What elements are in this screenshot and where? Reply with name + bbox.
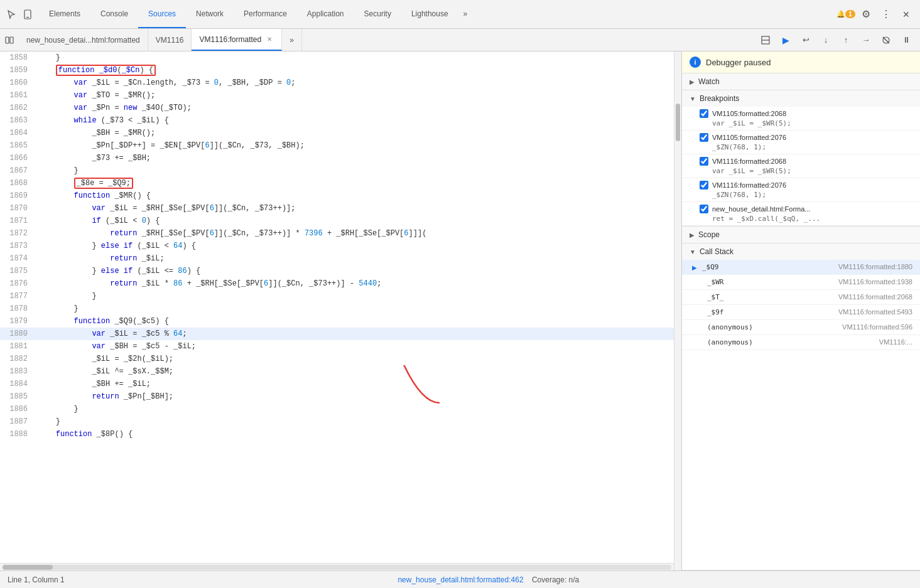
call-stack-item-1[interactable]: ▶ _$Q9 VM1116:formatted:1880 <box>682 260 920 275</box>
file-location-link[interactable]: new_house_detail.html:formatted:462 <box>398 575 523 584</box>
cs-fn-4: _$9f <box>707 308 745 316</box>
svg-rect-3 <box>10 37 13 43</box>
more-tabs-btn[interactable]: » <box>458 0 473 28</box>
cs-loc-6: VM1116:... <box>879 338 912 346</box>
tab-console[interactable]: Console <box>90 0 138 28</box>
breakpoint-item-1: VM1105:formatted:2068 var _$iL = _$WR(5)… <box>682 107 920 131</box>
cs-loc-1: VM1116:formatted:1880 <box>838 263 912 270</box>
code-line-1877: 1877 } <box>0 290 674 302</box>
breakpoint-item-4: VM1116:formatted:2076 _$ZN(768, 1); <box>682 178 920 202</box>
horizontal-scrollbar[interactable] <box>0 563 674 570</box>
breakpoint-row-1: VM1105:formatted:2068 <box>700 109 912 118</box>
mobile-icon[interactable] <box>21 8 34 21</box>
call-stack-item-2[interactable]: _$WR VM1116:formatted:1938 <box>682 275 920 290</box>
call-stack-item-5[interactable]: (anonymous) VM1116:formatted:596 <box>682 320 920 335</box>
breakpoint-code-1: var _$iL = _$WR(5); <box>712 119 912 127</box>
code-line-1866: 1866 _$73 += _$BH; <box>0 152 674 164</box>
cs-loc-5: VM1116:formatted:596 <box>842 323 912 331</box>
tab-performance[interactable]: Performance <box>234 0 297 28</box>
call-stack-label: Call Stack <box>700 247 733 256</box>
code-scroll-area[interactable]: 1858 } 1859 function _$d0(_$Cn) { 1860 v… <box>0 51 674 563</box>
watch-section-header[interactable]: ▶ Watch <box>682 73 920 90</box>
breakpoint-checkbox-1[interactable] <box>700 109 708 118</box>
cs-loc-2: VM1116:formatted:1938 <box>838 278 912 286</box>
step-btn[interactable]: → <box>857 31 875 49</box>
code-line-1880: 1880 var _$iL = _$c5 % 64; <box>0 328 674 340</box>
scope-section: ▶ Scope <box>682 227 920 243</box>
breakpoint-code-2: _$ZN(768, 1); <box>712 143 912 151</box>
file-tabs-right: ▶ ↩ ↓ ↑ → ⏸ <box>752 31 920 49</box>
breakpoints-section: ▼ Breakpoints VM1105:formatted:2068 var … <box>682 90 920 227</box>
tab-lighthouse[interactable]: Lighthouse <box>401 0 458 28</box>
breakpoint-code-3: var _$iL = _$WR(5); <box>712 167 912 175</box>
breakpoint-checkbox-4[interactable] <box>700 181 708 190</box>
code-line-1869: 1869 function _$MR() { <box>0 190 674 202</box>
tab-elements[interactable]: Elements <box>39 0 90 28</box>
status-bar: Line 1, Column 1 new_house_detail.html:f… <box>0 570 920 588</box>
scope-section-header[interactable]: ▶ Scope <box>682 227 920 243</box>
code-line-1876: 1876 return _$iL * 86 + _$RH[_$Se[_$PV[6… <box>0 277 674 290</box>
tab-application[interactable]: Application <box>297 0 354 28</box>
code-line-1878: 1878 } <box>0 302 674 315</box>
close-devtools-btn[interactable]: ✕ <box>897 6 915 23</box>
call-stack-item-4[interactable]: _$9f VM1116:formatted:5493 <box>682 305 920 320</box>
notification-badge: 1 <box>845 10 855 18</box>
notifications-btn[interactable]: 🔔 1 <box>837 6 855 23</box>
tab-security[interactable]: Security <box>354 0 401 28</box>
right-panel: i Debugger paused ▶ Watch ▼ Breakpoints … <box>681 51 920 570</box>
deactivate-bp-btn[interactable] <box>877 31 895 49</box>
close-tab-btn[interactable]: ✕ <box>265 35 274 44</box>
code-line-1883: 1883 _$iL ^= _$sX._$$M; <box>0 365 674 378</box>
breakpoint-row-5: new_house_detail.html:Forma... <box>700 205 912 213</box>
file-tab-new-house[interactable]: new_house_detai...html:formatted <box>19 29 148 51</box>
step-out-btn[interactable]: ↑ <box>837 31 855 49</box>
breakpoint-checkbox-2[interactable] <box>700 133 708 142</box>
sidebar-toggle-btn[interactable] <box>0 29 19 51</box>
call-stack-section-header[interactable]: ▼ Call Stack <box>682 243 920 260</box>
code-line-1873: 1873 } else if (_$iL < 64) { <box>0 240 674 252</box>
cursor-icon[interactable] <box>5 8 18 21</box>
vertical-scrollbar[interactable] <box>674 51 681 570</box>
coverage-label: Coverage: n/a <box>532 575 579 584</box>
breakpoints-label: Breakpoints <box>700 94 739 103</box>
call-stack-section: ▼ Call Stack ▶ _$Q9 VM1116:formatted:188… <box>682 243 920 570</box>
file-tab-vm1116[interactable]: VM1116 <box>148 29 192 51</box>
file-tabs-bar: new_house_detai...html:formatted VM1116 … <box>0 29 920 51</box>
breakpoint-checkbox-3[interactable] <box>700 157 708 166</box>
more-options-btn[interactable]: ⋮ <box>877 6 895 23</box>
breakpoint-row-3: VM1116:formatted:2068 <box>700 157 912 166</box>
step-into-btn[interactable]: ↓ <box>817 31 835 49</box>
code-line-1872: 1872 return _$RH[_$Se[_$PV[6]](_$Cn, _$7… <box>0 227 674 240</box>
breakpoint-row-2: VM1105:formatted:2076 <box>700 133 912 142</box>
file-tab-vm1116-formatted[interactable]: VM1116:formatted ✕ <box>192 29 282 51</box>
sync-btn[interactable] <box>757 31 774 49</box>
resume-btn[interactable]: ▶ <box>777 31 794 49</box>
call-stack-item-3[interactable]: _$T_ VM1116:formatted:2068 <box>682 290 920 305</box>
v-scroll-thumb[interactable] <box>676 104 680 141</box>
toolbar-right: 🔔 1 ⚙ ⋮ ✕ <box>832 6 920 23</box>
call-stack-item-6[interactable]: (anonymous) VM1116:... <box>682 335 920 350</box>
code-line-1868: 1868 _$8e = _$Q9; <box>0 177 674 190</box>
code-line-1875: 1875 } else if (_$iL <= 86) { <box>0 265 674 277</box>
settings-btn[interactable]: ⚙ <box>857 6 875 23</box>
scrollbar-thumb[interactable] <box>3 565 53 570</box>
breakpoint-item-2: VM1105:formatted:2076 _$ZN(768, 1); <box>682 131 920 154</box>
call-stack-active-arrow: ▶ <box>692 264 697 271</box>
breakpoints-section-header[interactable]: ▼ Breakpoints <box>682 90 920 107</box>
tab-network[interactable]: Network <box>186 0 234 28</box>
call-stack-arrow-icon: ▼ <box>690 249 696 255</box>
cs-fn-5: (anonymous) <box>707 323 753 331</box>
v-scroll-track <box>674 51 681 570</box>
code-line-1864: 1864 _$BH = _$MR(); <box>0 127 674 139</box>
breakpoint-checkbox-5[interactable] <box>700 205 708 213</box>
debugger-banner: i Debugger paused <box>682 51 920 73</box>
code-line-1865: 1865 _$Pn[_$DP++] = _$EN[_$PV[6]](_$Cn, … <box>0 139 674 152</box>
code-line-1862: 1862 var _$Pn = new _$4O(_$TO); <box>0 102 674 114</box>
step-over-btn[interactable]: ↩ <box>797 31 814 49</box>
cs-fn-1: _$Q9 <box>702 263 740 271</box>
more-file-tabs-btn[interactable]: » <box>282 29 302 51</box>
tab-sources[interactable]: Sources <box>138 0 186 28</box>
breakpoint-item-3: VM1116:formatted:2068 var _$iL = _$WR(5)… <box>682 154 920 178</box>
pause-on-exception-btn[interactable]: ⏸ <box>897 31 915 49</box>
code-line-1863: 1863 while (_$73 < _$iL) { <box>0 114 674 127</box>
